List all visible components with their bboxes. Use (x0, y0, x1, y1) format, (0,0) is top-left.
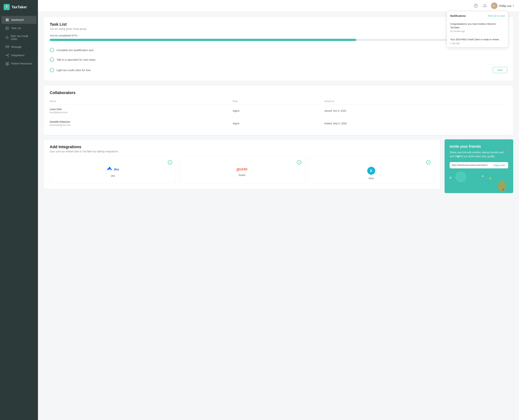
mark-all-read-button[interactable]: Mark all as read (488, 15, 505, 17)
sidebar-item-label: Dashboard (11, 18, 24, 21)
invite-link-input[interactable] (450, 162, 490, 168)
task-left: ✓ Complete pre-qualification quiz (50, 48, 94, 52)
collab-name-cell: Louis Soto louis@gmail.com (50, 108, 233, 114)
start-button[interactable]: Start (493, 67, 507, 73)
task-list-card: Task List You are doing great. Keep goin… (44, 17, 513, 81)
table-row: Danielle Robinson danielle@gmail.com Age… (50, 117, 507, 130)
task-label: Talk to a specialist for next steps (56, 58, 96, 61)
sidebar-item-label: Task List (11, 27, 21, 30)
svg-point-12 (6, 55, 7, 55)
collab-email: louis@gmail.com (50, 111, 233, 114)
task-list-subtitle: You are doing great. Keep going! (50, 27, 507, 30)
task-item-1: ✓ Complete pre-qualification quiz (50, 45, 507, 55)
help-button[interactable] (473, 3, 479, 9)
invite-description: Share your link with antoher startup fou… (450, 150, 508, 158)
task-check-icon: ✓ (50, 57, 54, 62)
svg-line-16 (7, 55, 8, 56)
sidebar-item-message[interactable]: Message (1, 43, 37, 51)
integration-jira[interactable]: + Jira Jira (50, 157, 176, 184)
chevron-down-icon: ▾ (513, 5, 514, 7)
deco-square-2 (450, 177, 451, 179)
header: PL Phillip Lee ▾ Notificatons Mark all a… (38, 0, 519, 12)
table-header: Name Role Joined on (50, 98, 507, 105)
invite-title: Invite your friends (450, 144, 508, 149)
sidebar-item-rd-tax[interactable]: R&D Tax Credit Claim (1, 32, 37, 43)
integrations-grid: + Jira Jira + (50, 157, 434, 184)
progress-bar-background (50, 39, 507, 41)
app-name: TaxTaker (12, 5, 27, 9)
notification-time: 30 minutes ago (450, 30, 505, 32)
integration-gusto[interactable]: + gusto Gusto (179, 157, 305, 184)
sidebar-item-integrations[interactable]: Integrations (1, 51, 37, 59)
progress-label: You've completed 67%... (50, 34, 507, 37)
table-row: Louis Soto louis@gmail.com Agent Joined:… (50, 105, 507, 117)
xero-logo: X (367, 167, 375, 175)
collaborators-title: Collaborators (50, 90, 507, 95)
collab-joined: Invited: Sep 5, 2020 (324, 122, 507, 125)
task-label: Light tax credit claim for free (56, 68, 91, 72)
rd-tax-icon (5, 36, 9, 39)
sidebar-item-task-list[interactable]: Task List (1, 24, 37, 32)
deco-balloon-orange (498, 180, 506, 191)
svg-rect-11 (6, 46, 9, 48)
integration-xero[interactable]: + X Xero (308, 157, 434, 184)
notification-item[interactable]: Your 2019 R&D Credit Claim is ready to r… (447, 35, 508, 47)
task-left: ✓ Light tax credit claim for free (50, 68, 91, 72)
notification-title: Notificatons (450, 14, 466, 17)
gusto-label: Gusto (239, 174, 245, 177)
integrations-subtitle: Sync your tax related data to TaxTaker b… (50, 150, 434, 153)
svg-rect-0 (6, 19, 7, 20)
deco-circle-purple (502, 189, 504, 190)
app-logo: T TaxTaker (0, 0, 38, 14)
copy-link-button[interactable]: Copy Link (490, 162, 508, 168)
notification-item[interactable]: Congratulations! you have invited a fire… (447, 20, 508, 35)
invite-card: ✕ Invite your friends Share your link wi… (445, 139, 513, 193)
content-area: Task List You are doing great. Keep goin… (38, 12, 519, 420)
integrations-title: Add Integrations (50, 145, 434, 149)
sidebar-item-label: Partner Resources (11, 62, 32, 65)
invite-input-row: Copy Link (450, 162, 508, 168)
bottom-section: Add Integrations Sync your tax related d… (44, 139, 513, 193)
user-menu[interactable]: PL Phillip Lee ▾ (491, 2, 514, 9)
logo-icon: T (4, 4, 10, 10)
notification-button[interactable] (482, 3, 488, 9)
jira-icon (107, 167, 112, 172)
deco-balloon-blue (455, 172, 466, 182)
integrations-icon (5, 53, 9, 57)
dashboard-icon (5, 18, 9, 22)
collab-joined: Joined: Oct 5, 2020 (324, 109, 507, 112)
col-header-name: Name (50, 100, 233, 103)
add-gusto-button[interactable]: + (297, 160, 301, 165)
collaborators-card: Collaborators Name Role Joined on Louis … (44, 85, 513, 135)
notification-header: Notificatons Mark all as read (447, 11, 508, 20)
deco-circle-sm (482, 175, 483, 177)
task-label: Complete pre-qualification quiz (56, 49, 94, 52)
sidebar-item-label: Message (11, 45, 22, 48)
task-left: ✓ Talk to a specialist for next steps (50, 57, 96, 62)
collab-email: danielle@gmail.com (50, 124, 233, 126)
svg-rect-1 (8, 19, 9, 20)
task-list-icon (5, 26, 9, 30)
task-list-title: Task List (50, 22, 507, 27)
gusto-logo: gusto (237, 167, 248, 172)
svg-point-14 (8, 56, 8, 56)
svg-rect-2 (6, 20, 7, 21)
integrations-card: Add Integrations Sync your tax related d… (44, 139, 440, 189)
notification-time: 1 day ago (450, 42, 505, 45)
sidebar-item-label: Integrations (11, 54, 24, 57)
sidebar-nav: Dashboard Task List R&D Tax Credit Claim (0, 14, 38, 69)
message-icon (5, 45, 9, 49)
svg-point-21 (476, 7, 476, 7)
task-item-3: ✓ Light tax credit claim for free Start (50, 64, 507, 76)
sidebar-item-dashboard[interactable]: Dashboard (1, 16, 37, 24)
sidebar-item-partner-resources[interactable]: Partner Resources (1, 60, 37, 68)
add-xero-button[interactable]: + (426, 160, 431, 165)
collab-name: Louis Soto (50, 108, 233, 111)
sidebar-item-label: R&D Tax Credit Claim (11, 35, 32, 40)
deco-x: ✕ (489, 177, 492, 180)
jira-label: Jira (111, 174, 115, 177)
avatar: PL (491, 2, 497, 9)
add-jira-button[interactable]: + (168, 160, 172, 165)
xero-label: Xero (369, 177, 374, 180)
collab-name-cell: Danielle Robinson danielle@gmail.com (50, 120, 233, 126)
